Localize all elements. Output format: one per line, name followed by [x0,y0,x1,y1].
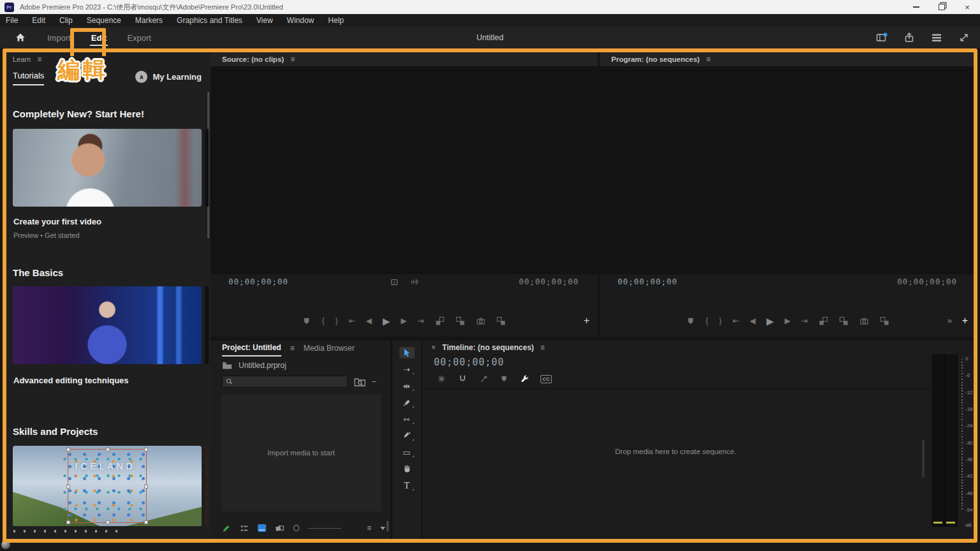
zoom-slider-track[interactable] [308,528,341,529]
my-learning-button[interactable]: ∧ My Learning [135,71,202,83]
menu-clip[interactable]: Clip [52,16,80,25]
project-writable-pencil-icon[interactable] [222,524,231,533]
button-editor-add[interactable]: + [584,312,590,329]
insert-icon[interactable] [435,316,445,326]
project-search-box[interactable] [222,376,348,388]
close-button[interactable]: × [954,0,980,14]
panel-menu-icon[interactable]: ≡ [540,343,545,352]
panel-close-icon[interactable]: × [431,343,436,352]
mark-in-button[interactable]: { [706,317,708,325]
menu-graphics-titles[interactable]: Graphics and Titles [170,16,249,25]
comparison-view-icon[interactable] [496,316,506,326]
timeline-timecode[interactable]: 00;00;00;00 [434,356,504,368]
sort-icon[interactable]: ≡ [367,524,371,533]
menu-help[interactable]: Help [321,16,351,25]
go-to-in-button[interactable]: ⇤ [732,317,739,325]
tutorial-thumbnail-create-first-video[interactable] [13,129,202,207]
panel-menu-icon[interactable]: ≡ [290,344,295,353]
timeline-settings-wrench-icon[interactable] [520,374,530,384]
project-file-name[interactable]: Untitled.prproj [239,361,286,370]
captions-icon[interactable]: CC [540,375,552,383]
icon-view-icon[interactable] [258,524,267,532]
manage-panels-icon[interactable] [876,32,887,43]
menu-sequence[interactable]: Sequence [80,16,128,25]
tab-project[interactable]: Project: Untitled [222,341,281,356]
step-forward-button[interactable]: ▶ [785,317,791,325]
list-view-icon[interactable] [240,524,249,533]
hand-tool[interactable] [399,463,415,474]
panel-menu-icon[interactable]: ≡ [706,55,711,64]
panel-menu-icon[interactable]: ≡ [290,55,295,64]
razor-tool[interactable] [399,397,415,408]
workspaces-icon[interactable] [931,32,942,43]
search-bin-icon[interactable] [354,376,366,386]
freeform-view-icon[interactable] [275,524,285,533]
menu-window[interactable]: Window [280,16,322,25]
slip-tool[interactable]: ⇿ [399,413,415,425]
audio-meter-tick-line [961,359,963,511]
ripple-edit-tool[interactable]: ⇹ [399,380,415,392]
program-monitor-title[interactable]: Program: (no sequences) [611,55,700,63]
timeline-scrollbar[interactable] [922,439,924,478]
track-select-forward-tool[interactable]: ⇢ [399,364,415,375]
extract-icon[interactable] [839,316,849,326]
source-monitor-panel: Source: (no clips) ≡ 00;00;00;00 00;00;0… [211,52,600,336]
timeline-title[interactable]: Timeline: (no sequences) [442,343,534,352]
card-meta[interactable]: Preview • Get started [13,231,80,239]
menu-view[interactable]: View [249,16,280,25]
zoom-slider-knob[interactable] [293,525,299,531]
project-toolbar: ≡ [222,520,385,536]
add-marker-icon[interactable] [687,317,695,325]
play-button[interactable]: ▶ [383,316,390,326]
fullscreen-icon[interactable] [958,32,970,43]
pen-tool[interactable] [399,430,415,441]
restore-button[interactable] [929,0,954,14]
quick-export-icon[interactable] [903,32,915,43]
nest-sequences-icon[interactable] [437,374,446,383]
audio-meter-panel[interactable]: 0 -6 -12 -18 -24 -30 -36 -42 -48 -54 dB [928,339,976,541]
panel-menu-icon[interactable]: ≡ [37,55,41,64]
go-to-out-button[interactable]: ⇥ [418,317,424,325]
selection-tool[interactable] [399,347,415,358]
mark-out-button[interactable]: } [719,317,722,325]
step-back-button[interactable]: ◀ [366,317,372,325]
add-marker-icon[interactable] [302,317,311,325]
project-search-input[interactable] [236,377,344,386]
menu-markers[interactable]: Markers [128,16,170,25]
program-current-timecode[interactable]: 00;00;00;00 [618,277,678,286]
card-title[interactable]: Create your first video [13,217,101,226]
card-title[interactable]: Advanced editing techniques [13,376,129,385]
export-frame-icon[interactable] [476,316,486,326]
project-media-area[interactable]: Import media to start [221,394,381,511]
chevron-down-icon[interactable] [380,527,385,530]
drag-video-only-icon[interactable] [390,277,399,286]
tutorial-thumbnail-advanced-editing[interactable] [13,286,202,364]
go-to-out-button[interactable]: ⇥ [801,317,808,325]
play-button[interactable]: ▶ [766,316,774,326]
lift-icon[interactable] [819,316,828,326]
drag-audio-only-icon[interactable] [410,277,419,286]
mark-out-button[interactable]: } [335,317,338,325]
tutorial-thumbnail-iceland[interactable]: ICELAND [13,446,202,526]
source-monitor-title[interactable]: Source: (no clips) [222,55,284,63]
menu-edit[interactable]: Edit [25,16,52,25]
project-scrollbar[interactable] [387,521,389,531]
overwrite-icon[interactable] [456,316,465,326]
transport-overflow-button[interactable]: » [947,312,952,329]
export-frame-icon[interactable] [859,316,869,326]
comparison-view-icon[interactable] [880,316,889,326]
go-to-in-button[interactable]: ⇤ [348,317,355,325]
tab-media-browser[interactable]: Media Browser [304,344,355,353]
mark-in-button[interactable]: { [322,317,324,325]
tab-tutorials[interactable]: Tutorials [13,71,44,85]
step-forward-button[interactable]: ▶ [401,317,406,325]
snap-magnet-icon[interactable] [458,374,467,383]
add-marker-icon[interactable] [500,375,508,383]
type-tool[interactable]: T [399,480,415,491]
minimize-button[interactable] [903,0,929,14]
menu-file[interactable]: File [0,16,25,25]
linked-selection-icon[interactable] [479,374,488,383]
rectangle-tool[interactable]: ▭ [399,446,415,458]
step-back-button[interactable]: ◀ [750,317,755,325]
button-editor-add[interactable]: + [962,312,968,329]
